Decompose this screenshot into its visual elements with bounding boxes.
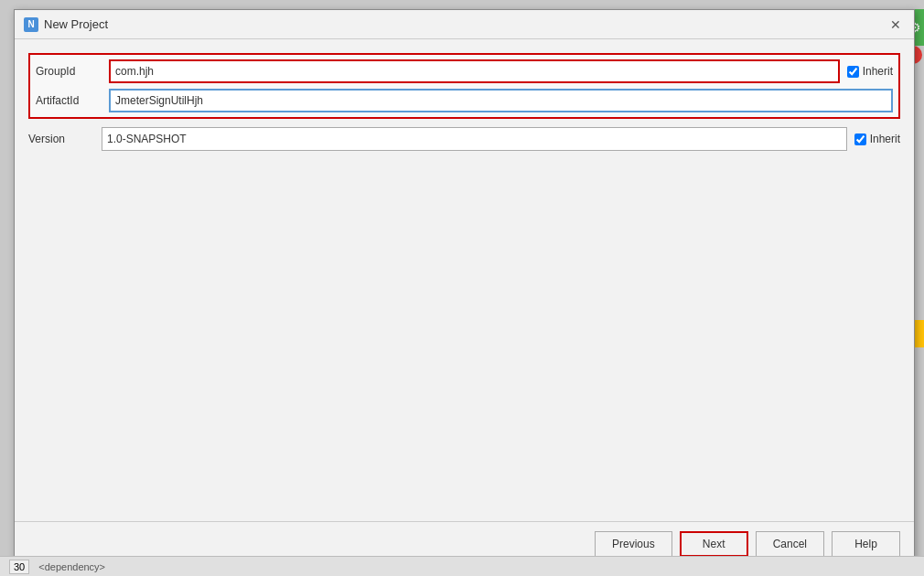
artifactid-label: ArtifactId <box>36 94 109 107</box>
next-button[interactable]: Next <box>680 531 748 557</box>
artifactid-row: ArtifactId <box>36 88 893 113</box>
version-inherit-wrapper: Inherit <box>854 133 900 145</box>
title-left: N New Project <box>24 17 108 32</box>
version-row: Version Inherit <box>28 126 900 152</box>
groupid-inherit-label: Inherit <box>863 65 893 78</box>
groupid-input-wrapper: Inherit <box>109 59 893 83</box>
dependency-text: <dependency> <box>38 561 105 572</box>
groupid-label: GroupId <box>36 65 109 78</box>
close-button[interactable]: ✕ <box>886 16 905 34</box>
fields-group: GroupId Inherit ArtifactId <box>28 53 900 119</box>
artifactid-input[interactable] <box>109 89 893 112</box>
artifactid-input-wrapper <box>109 89 893 112</box>
new-project-dialog: N New Project ✕ GroupId Inherit Artifa <box>14 9 915 567</box>
version-label: Version <box>28 133 102 145</box>
groupid-row: GroupId Inherit <box>36 59 893 84</box>
dialog-body: GroupId Inherit ArtifactId Version <box>15 39 914 521</box>
version-input[interactable] <box>102 127 847 151</box>
dialog-title: New Project <box>44 17 108 31</box>
status-bar: 30 <dependency> <box>0 556 924 576</box>
version-input-wrapper: Inherit <box>102 127 900 151</box>
previous-button[interactable]: Previous <box>595 531 672 557</box>
version-inherit-label: Inherit <box>870 133 900 145</box>
groupid-input[interactable] <box>109 59 840 83</box>
cancel-button[interactable]: Cancel <box>756 531 824 557</box>
version-inherit-checkbox[interactable] <box>854 133 866 145</box>
groupid-inherit-checkbox[interactable] <box>847 66 859 78</box>
groupid-inherit-wrapper: Inherit <box>847 65 893 78</box>
help-button[interactable]: Help <box>832 531 900 557</box>
content-area <box>28 159 900 507</box>
dialog-titlebar: N New Project ✕ <box>15 10 914 39</box>
dialog-icon: N <box>24 17 38 32</box>
line-number: 30 <box>9 560 29 574</box>
